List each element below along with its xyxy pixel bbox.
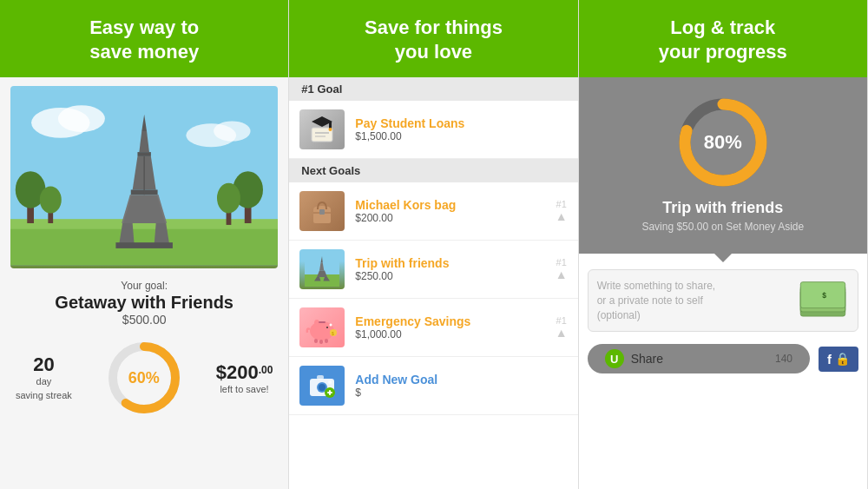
share-button[interactable]: U Share 140 (588, 344, 810, 373)
add-goal-item[interactable]: Add New Goal $ (289, 357, 577, 415)
loans-thumb (299, 109, 345, 149)
panel3-content: 80% Trip with friends Saving $50.00 on S… (579, 77, 867, 489)
fb-icon: f (827, 352, 832, 367)
money-icon: $ $ (797, 279, 849, 318)
note-area[interactable]: Write something to share, or a private n… (588, 269, 858, 332)
goal-amount: $500.00 (9, 313, 279, 327)
goal-price-savings: $1,000.00 (355, 328, 555, 340)
add-goal-thumb (299, 366, 345, 406)
goal-title-bag: Michael Kors bag (355, 198, 555, 212)
goal-text-trip: Trip with friends $250.00 (355, 256, 555, 282)
panel-save-money: Easy way to save money (0, 0, 289, 489)
svg-rect-34 (319, 209, 325, 215)
svg-rect-17 (137, 152, 150, 156)
bag-thumb (299, 191, 345, 231)
top-goal-price: $1,500.00 (355, 130, 567, 142)
top-goal-text: Pay Student Loans $1,500.00 (355, 116, 567, 142)
svg-rect-49 (325, 339, 328, 343)
note-placeholder[interactable]: Write something to share, or a private n… (597, 279, 790, 322)
lock-icon: 🔒 (835, 352, 850, 366)
donut-percent: 60% (128, 369, 160, 387)
svg-point-4 (214, 121, 250, 141)
svg-point-2 (58, 105, 105, 132)
goal-name: Getaway with Friends (9, 293, 279, 313)
rank-num-trip: #1 (556, 257, 567, 268)
panel-log-track: Log & track your progress 80% Trip with … (579, 0, 868, 489)
rank-num-bag: #1 (556, 199, 567, 209)
chart-area: 80% Trip with friends Saving $50.00 on S… (579, 77, 867, 254)
triangle-pointer (713, 252, 733, 262)
goal-rank-bag: #1 ▲ (556, 199, 568, 223)
svg-rect-31 (329, 122, 332, 129)
svg-rect-47 (314, 339, 318, 343)
svg-point-44 (330, 324, 332, 327)
svg-rect-56 (317, 375, 324, 380)
left-amount: $200 (216, 361, 259, 383)
svg-point-57 (328, 380, 332, 384)
goal-rank-trip: #1 ▲ (556, 257, 568, 281)
progress-donut-3: 80% (675, 95, 771, 190)
rank-arrow-bag: ▲ (556, 209, 568, 223)
chart-saving-info: Saving $50.00 on Set Money Aside (641, 221, 804, 233)
goal-title-savings: Emergency Savings (355, 314, 555, 328)
goal-item-bag[interactable]: Michael Kors bag $200.00 #1 ▲ (289, 182, 577, 241)
rank-num-savings: #1 (556, 315, 567, 326)
svg-point-14 (217, 183, 240, 214)
svg-rect-23 (115, 242, 173, 248)
amount-left: $200.00 left to save! (216, 361, 273, 394)
top-goal-header: #1 Goal (289, 77, 577, 101)
share-u-icon: U (605, 349, 624, 368)
left-sup: .00 (259, 364, 273, 376)
svg-point-55 (319, 384, 326, 391)
paris-image (10, 86, 278, 268)
goal-text-bag: Michael Kors bag $200.00 (355, 198, 555, 224)
trip-thumb (299, 249, 345, 289)
panel3-header: Log & track your progress (579, 0, 867, 77)
savings-thumb: $ (299, 307, 345, 347)
add-goal-price: $ (355, 387, 567, 399)
svg-rect-48 (319, 340, 323, 344)
svg-point-32 (329, 128, 332, 131)
donut3-percent: 80% (704, 131, 742, 154)
svg-point-50 (326, 327, 328, 328)
facebook-button[interactable]: f 🔒 (819, 347, 858, 372)
top-goal-item[interactable]: Pay Student Loans $1,500.00 (289, 101, 577, 159)
chart-goal-name: Trip with friends (662, 199, 783, 217)
add-goal-text: Add New Goal $ (355, 373, 567, 399)
goal-text-savings: Emergency Savings $1,000.00 (355, 314, 555, 340)
panel-save-goals: Save for things you love #1 Goal Pay Stu… (289, 0, 578, 489)
goal-price-trip: $250.00 (355, 270, 555, 282)
goals-list[interactable]: #1 Goal Pay Student Loans $1,500.00 (289, 77, 577, 489)
add-goal-title: Add New Goal (355, 373, 567, 387)
goal-item-savings[interactable]: $ Emergency Savings $1,000.00 #1 ▲ (289, 299, 577, 357)
share-area: U Share 140 f 🔒 (579, 339, 867, 379)
share-label: Share (631, 352, 663, 366)
saving-streak: 20 day saving streak (16, 354, 72, 402)
your-goal-label: Your goal: (121, 280, 168, 292)
char-count: 140 (775, 353, 792, 365)
rank-arrow-savings: ▲ (556, 326, 568, 340)
panel2-header: Save for things you love (289, 0, 577, 77)
goal-title-trip: Trip with friends (355, 256, 555, 270)
next-goals-header: Next Goals (289, 159, 577, 182)
goal-info: Your goal: Getaway with Friends $500.00 (0, 268, 288, 332)
svg-rect-60 (329, 390, 331, 395)
streak-label: saving streak (16, 390, 72, 400)
goal-rank-savings: #1 ▲ (556, 315, 568, 340)
panel1-header: Easy way to save money (0, 0, 288, 77)
svg-rect-46 (319, 321, 326, 323)
svg-point-45 (314, 320, 319, 327)
goal-price-bag: $200.00 (355, 212, 555, 224)
progress-donut: 60% (105, 339, 183, 417)
left-label: left to save! (216, 384, 273, 394)
streak-number: 20 (33, 354, 54, 375)
panel1-bottom: 20 day saving streak 60% $200.00 left to… (0, 332, 288, 426)
rank-arrow-trip: ▲ (556, 268, 568, 281)
goal-item-trip[interactable]: Trip with friends $250.00 #1 ▲ (289, 241, 577, 299)
svg-point-10 (40, 187, 62, 214)
streak-day-label: day (16, 376, 72, 387)
svg-text:$: $ (822, 291, 826, 300)
svg-text:$: $ (332, 331, 334, 336)
top-goal-title: Pay Student Loans (355, 116, 567, 130)
